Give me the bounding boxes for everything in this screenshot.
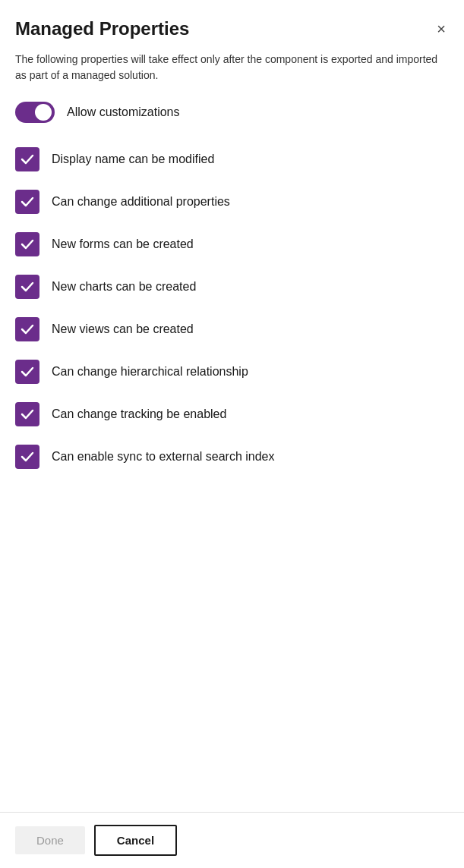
checkbox-new-charts[interactable] (15, 275, 39, 299)
checkbox-sync-search[interactable] (15, 445, 39, 469)
checkbox-label: Can change additional properties (52, 195, 230, 209)
checkbox-new-views[interactable] (15, 317, 39, 341)
checkbox-display-name[interactable] (15, 147, 39, 171)
dialog-footer: Done Cancel (0, 812, 464, 868)
list-item: New charts can be created (15, 266, 449, 308)
properties-list: Display name can be modified Can change … (15, 138, 449, 478)
check-icon (21, 195, 34, 209)
list-item: Can change hierarchical relationship (15, 351, 449, 393)
list-item: Can enable sync to external search index (15, 436, 449, 478)
list-item: Can change additional properties (15, 181, 449, 223)
dialog-header: Managed Properties × (15, 18, 449, 39)
check-icon (21, 322, 34, 336)
check-icon (21, 153, 34, 166)
checkbox-tracking[interactable] (15, 402, 39, 426)
toggle-label: Allow customizations (67, 105, 180, 119)
list-item: New forms can be created (15, 223, 449, 266)
check-icon (21, 365, 34, 379)
checkbox-hierarchical[interactable] (15, 360, 39, 384)
allow-customizations-toggle[interactable] (15, 102, 55, 123)
list-item: Display name can be modified (15, 138, 449, 181)
check-icon (21, 237, 34, 251)
checkbox-label: Can change hierarchical relationship (52, 365, 248, 379)
checkbox-label: New views can be created (52, 322, 194, 336)
check-icon (21, 450, 34, 464)
dialog-description: The following properties will take effec… (15, 52, 449, 83)
checkbox-label: New forms can be created (52, 237, 194, 251)
list-item: Can change tracking be enabled (15, 393, 449, 436)
checkbox-label: Display name can be modified (52, 153, 214, 166)
done-button[interactable]: Done (15, 826, 85, 854)
allow-customizations-row: Allow customizations (15, 102, 449, 123)
cancel-button[interactable]: Cancel (94, 825, 177, 856)
checkbox-label: New charts can be created (52, 280, 196, 294)
checkbox-additional-props[interactable] (15, 190, 39, 214)
dialog-title: Managed Properties (15, 18, 189, 39)
check-icon (21, 407, 34, 421)
checkbox-new-forms[interactable] (15, 232, 39, 256)
checkbox-label: Can change tracking be enabled (52, 407, 226, 421)
list-item: New views can be created (15, 308, 449, 351)
managed-properties-dialog: Managed Properties × The following prope… (0, 0, 464, 812)
checkbox-label: Can enable sync to external search index (52, 450, 275, 464)
close-button[interactable]: × (434, 18, 449, 39)
check-icon (21, 280, 34, 294)
